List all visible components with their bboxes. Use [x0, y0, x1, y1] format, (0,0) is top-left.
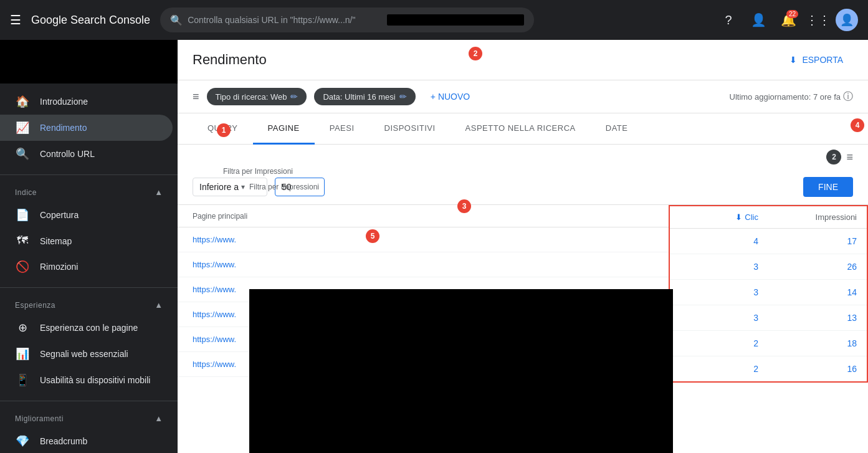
- search-bar[interactable]: 🔍: [160, 7, 534, 32]
- sidebar-label-esperienza: Esperienza con le pagine: [40, 323, 138, 333]
- download-icon: ⬇: [789, 55, 797, 65]
- topbar: ☰ Google Search Console 🔍 ? 👤 🔔 22 ⋮⋮ 👤: [0, 0, 868, 40]
- search-input[interactable]: [188, 15, 382, 25]
- menu-icon[interactable]: ☰: [10, 12, 21, 27]
- sidebar-item-usabilita[interactable]: 📱 Usabilità su dispositivi mobili: [0, 367, 173, 393]
- sidebar-label-breadcrumb: Breadcrumb: [40, 436, 87, 446]
- tab-dispositivi[interactable]: DISPOSITIVI: [370, 113, 451, 145]
- impressioni-cell-3: 14: [768, 280, 867, 305]
- search-small-icon: 🔍: [15, 147, 30, 161]
- clic-col-header[interactable]: ⬇ Clic: [670, 206, 768, 228]
- plus-circle-icon: ⊕: [15, 321, 30, 335]
- impression-operator-select[interactable]: Inferiore a ▾: [193, 178, 267, 196]
- sidebar-item-segnali[interactable]: 📊 Segnali web essenziali: [0, 341, 173, 367]
- sidebar-item-rendimento[interactable]: 📈 Rendimento: [0, 115, 173, 141]
- black-url-overlay: [249, 289, 673, 453]
- search-type-edit-icon: ✏: [290, 92, 298, 102]
- operator-label: Inferiore a: [199, 182, 239, 192]
- sidebar-item-sitemap[interactable]: 🗺 Sitemap: [0, 228, 173, 254]
- pages-col-header: Pagine principali: [178, 205, 669, 227]
- sidebar-section-esperienza: Esperienza ▲ ⊕ Esperienza con le pagine …: [0, 290, 178, 398]
- sidebar-label-usabilita: Usabilità su dispositivi mobili: [40, 375, 150, 385]
- data-row-3: 3 14: [670, 280, 867, 305]
- sidebar-item-introduzione[interactable]: 🏠 Introduzione: [0, 88, 173, 115]
- impressioni-cell-4: 13: [768, 305, 867, 330]
- sitemap-icon: 🗺: [15, 234, 30, 247]
- sidebar: 🏠 Introduzione 📈 Rendimento 🔍 Controllo …: [0, 40, 178, 453]
- new-filter-button[interactable]: + NUOVO: [423, 88, 478, 105]
- filter-bar: ≡ Tipo di ricerca: Web ✏ Data: Ultimi 16…: [178, 80, 868, 113]
- data-row-1: 4 17: [670, 229, 867, 254]
- accounts-icon: 👤: [751, 12, 766, 27]
- filter-icon[interactable]: ≡: [193, 90, 199, 103]
- sidebar-label-controllo: Controllo URL: [40, 149, 95, 159]
- impressioni-cell-6: 16: [768, 356, 867, 381]
- sidebar-label-copertura: Copertura: [40, 210, 79, 220]
- impression-value-input[interactable]: [275, 178, 325, 196]
- filter-count-badge: 2: [826, 150, 841, 165]
- section-title-miglioramenti: Miglioramenti: [15, 414, 64, 423]
- url-row-2[interactable]: https://www.: [178, 252, 669, 277]
- pages-label: Pagine principali: [193, 212, 247, 221]
- notifications-button[interactable]: 🔔 22: [776, 7, 801, 32]
- sidebar-item-esperienza-pagine[interactable]: ⊕ Esperienza con le pagine: [0, 315, 173, 341]
- clic-label: Clic: [745, 212, 758, 222]
- home-icon: 🏠: [15, 95, 30, 108]
- last-update: Ultimo aggiornamento: 7 ore fa ⓘ: [730, 90, 853, 103]
- notification-badge: 22: [786, 10, 798, 18]
- sidebar-section-miglioramenti: Miglioramenti ▲ 💎 Breadcrumb: [0, 404, 178, 453]
- search-type-label: Tipo di ricerca: Web: [216, 92, 287, 102]
- clic-cell-3: 3: [670, 280, 768, 305]
- help-button[interactable]: ?: [716, 7, 741, 32]
- tab-aspetto[interactable]: ASPETTO NELLA RICERCA: [451, 113, 591, 145]
- date-range-filter[interactable]: Data: Ultimi 16 mesi ✏: [314, 88, 415, 105]
- section-header-esperienza[interactable]: Esperienza ▲: [0, 295, 178, 315]
- tab-paesi[interactable]: PAESI: [315, 113, 370, 145]
- sidebar-label-sitemap: Sitemap: [40, 236, 72, 246]
- impression-filter: Inferiore a ▾ Filtra per Impressioni FIN…: [178, 169, 868, 205]
- section-header-indice[interactable]: Indice ▲: [0, 183, 178, 202]
- diamond-icon: 💎: [15, 434, 30, 448]
- impressioni-cell-2: 26: [768, 254, 867, 279]
- data-row-2: 3 26: [670, 254, 867, 280]
- document-icon: 📄: [15, 208, 30, 222]
- chart-icon: 📈: [15, 121, 30, 135]
- chevron-up-icon-2: ▲: [155, 300, 163, 310]
- clic-cell-1: 4: [670, 229, 768, 254]
- new-filter-label: NUOVO: [438, 92, 470, 102]
- data-row-4: 3 13: [670, 305, 867, 331]
- sidebar-item-breadcrumb[interactable]: 💎 Breadcrumb: [0, 428, 173, 453]
- sidebar-item-rimozioni[interactable]: 🚫 Rimozioni: [0, 254, 173, 280]
- clic-cell-4: 3: [670, 305, 768, 330]
- accounts-button[interactable]: 👤: [746, 7, 771, 32]
- clic-cell-2: 3: [670, 254, 768, 279]
- clic-cell-5: 2: [670, 331, 768, 356]
- grid-icon: ⋮⋮: [806, 12, 831, 27]
- impressioni-col-header[interactable]: Impressioni: [768, 206, 867, 228]
- help-icon: ?: [725, 13, 732, 27]
- info-icon[interactable]: ⓘ: [843, 90, 853, 103]
- fine-button[interactable]: FINE: [803, 177, 853, 197]
- export-button[interactable]: ⬇ ESPORTA: [780, 50, 853, 70]
- impressioni-cell-5: 18: [768, 331, 867, 356]
- section-title-indice: Indice: [15, 188, 37, 197]
- divider-1: [0, 174, 178, 175]
- table-toolbar: 2 ≡: [178, 145, 868, 169]
- tab-date[interactable]: DATE: [591, 113, 643, 145]
- sidebar-item-controllo-url[interactable]: 🔍 Controllo URL: [0, 141, 173, 167]
- search-type-filter[interactable]: Tipo di ricerca: Web ✏: [207, 88, 307, 105]
- url-row-1[interactable]: https://www.: [178, 227, 669, 252]
- sidebar-item-copertura[interactable]: 📄 Copertura: [0, 202, 173, 228]
- sidebar-label-rimozioni: Rimozioni: [40, 262, 78, 272]
- logo-text: Google Search Console: [31, 14, 150, 27]
- avatar[interactable]: 👤: [836, 9, 858, 31]
- data-row-5: 2 18: [670, 331, 867, 356]
- tab-pagine[interactable]: PAGINE: [253, 113, 315, 145]
- tab-query[interactable]: QUERY: [193, 113, 253, 145]
- page-header: Rendimento ⬇ ESPORTA: [178, 40, 868, 80]
- table-filter-icon[interactable]: ≡: [846, 151, 853, 164]
- date-range-edit-icon: ✏: [399, 92, 407, 102]
- impressioni-label: Impressioni: [816, 212, 857, 222]
- section-header-miglioramenti[interactable]: Miglioramenti ▲: [0, 409, 178, 428]
- grid-button[interactable]: ⋮⋮: [806, 7, 831, 32]
